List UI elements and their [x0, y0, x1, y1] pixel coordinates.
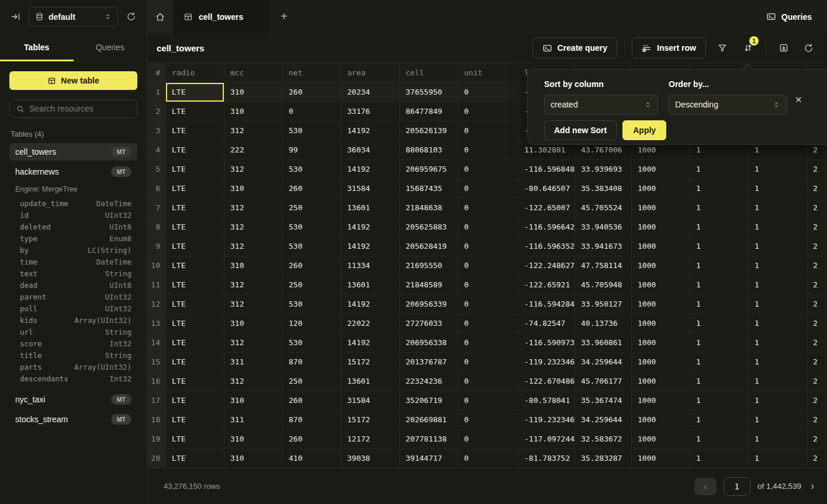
table-cell[interactable]: 0	[458, 333, 518, 352]
row-number[interactable]: 11	[147, 276, 166, 294]
row-number[interactable]: 7	[147, 199, 166, 217]
page-input[interactable]	[724, 477, 750, 496]
table-cell[interactable]: 0	[458, 449, 518, 468]
table-cell[interactable]: 0	[458, 121, 518, 140]
table-cell[interactable]: 2	[807, 179, 827, 198]
row-number[interactable]: 12	[147, 295, 166, 314]
table-cell[interactable]: 14192	[341, 237, 400, 256]
row-number[interactable]: 15	[147, 353, 166, 371]
table-cell[interactable]: 310	[224, 314, 283, 333]
table-cell[interactable]: LTE	[166, 218, 224, 237]
table-cell[interactable]: 1	[690, 391, 749, 410]
table-cell[interactable]: 0	[458, 372, 518, 391]
column-header[interactable]: net	[283, 63, 341, 82]
table-cell[interactable]: 1000	[632, 295, 690, 314]
table-cell[interactable]: 40.13736	[575, 314, 632, 333]
table-cell[interactable]: 33.940536	[575, 218, 632, 237]
row-number[interactable]: 10	[147, 256, 166, 275]
table-cell[interactable]: LTE	[166, 411, 224, 429]
table-cell[interactable]: -116.596848	[518, 160, 575, 179]
table-cell[interactable]: 260	[283, 391, 341, 410]
table-cell[interactable]: 312	[224, 276, 283, 294]
table-cell[interactable]: 312	[224, 237, 283, 256]
table-cell[interactable]: 310	[224, 391, 283, 410]
table-cell[interactable]: 0	[458, 314, 518, 333]
table-cell[interactable]: LTE	[166, 276, 224, 294]
search-box[interactable]	[9, 99, 137, 118]
table-cell[interactable]: 530	[283, 218, 341, 237]
table-cell[interactable]: 530	[283, 160, 341, 179]
table-cell[interactable]: LTE	[166, 314, 224, 333]
table-cell[interactable]: LTE	[166, 256, 224, 275]
table-cell[interactable]: 1	[749, 353, 807, 371]
table-cell[interactable]: 312	[224, 372, 283, 391]
table-cell[interactable]: 1	[749, 430, 807, 449]
table-cell[interactable]: LTE	[166, 179, 224, 198]
selected-cell[interactable]: LTE	[166, 83, 224, 102]
table-cell[interactable]: 34.259644	[575, 353, 632, 371]
table-cell[interactable]: 2	[807, 314, 827, 333]
table-cell[interactable]: 0	[458, 237, 518, 256]
table-cell[interactable]: 1	[749, 295, 807, 314]
table-cell[interactable]: 1000	[632, 333, 690, 352]
table-cell[interactable]: 311	[224, 353, 283, 371]
table-cell[interactable]: 0	[458, 391, 518, 410]
table-cell[interactable]: 1	[749, 314, 807, 333]
table-cell[interactable]: 15172	[341, 353, 400, 371]
tab-cell-towers[interactable]: cell_towers	[173, 0, 269, 33]
table-cell[interactable]: -119.232346	[518, 411, 575, 429]
table-cell[interactable]: 27276033	[400, 314, 458, 333]
table-cell[interactable]: 1000	[632, 218, 690, 237]
tab-tables[interactable]: Tables	[0, 33, 74, 61]
insert-row-button[interactable]: Insert row	[632, 37, 706, 58]
table-cell[interactable]: 15172	[341, 411, 400, 429]
row-number[interactable]: 4	[147, 141, 166, 159]
table-cell[interactable]: 1	[749, 237, 807, 256]
table-cell[interactable]: 1	[690, 256, 749, 275]
table-cell[interactable]: 13601	[341, 276, 400, 294]
table-cell[interactable]: 0	[458, 218, 518, 237]
table-cell[interactable]: 20234	[341, 83, 400, 102]
refresh-table-button[interactable]	[798, 37, 819, 58]
table-cell[interactable]: 250	[283, 199, 341, 217]
table-cell[interactable]: 311	[224, 411, 283, 429]
table-cell[interactable]: 2	[807, 449, 827, 468]
table-cell[interactable]: 1	[749, 256, 807, 275]
table-cell[interactable]: 1	[690, 237, 749, 256]
database-selector[interactable]: default	[29, 7, 118, 27]
table-cell[interactable]: 31584	[341, 179, 400, 198]
table-cell[interactable]: 45.705948	[575, 276, 632, 294]
table-cell[interactable]: 2	[807, 160, 827, 179]
table-cell[interactable]: 86477849	[400, 102, 458, 121]
table-cell[interactable]: 1000	[632, 430, 690, 449]
table-cell[interactable]: 1000	[632, 256, 690, 275]
table-cell[interactable]: 260	[283, 430, 341, 449]
column-header[interactable]: #	[147, 63, 166, 82]
row-number[interactable]: 6	[147, 179, 166, 198]
table-cell[interactable]: 21695550	[400, 256, 458, 275]
table-cell[interactable]: -122.248627	[518, 256, 575, 275]
table-cell[interactable]: -81.783752	[518, 449, 575, 468]
row-number[interactable]: 3	[147, 121, 166, 140]
table-cell[interactable]: LTE	[166, 160, 224, 179]
sidebar-item-hackernews[interactable]: hackernews MT	[9, 163, 137, 180]
table-cell[interactable]: 2	[807, 199, 827, 217]
table-cell[interactable]: LTE	[166, 372, 224, 391]
table-cell[interactable]: 47.758114	[575, 256, 632, 275]
table-cell[interactable]: 530	[283, 333, 341, 352]
column-header[interactable]: mcc	[224, 63, 283, 82]
table-cell[interactable]: LTE	[166, 391, 224, 410]
apply-sort-button[interactable]: Apply	[622, 120, 666, 140]
table-cell[interactable]: 310	[224, 83, 283, 102]
table-cell[interactable]: 870	[283, 411, 341, 429]
table-cell[interactable]: 1	[690, 295, 749, 314]
table-cell[interactable]: 45.705524	[575, 199, 632, 217]
table-cell[interactable]: 1000	[632, 179, 690, 198]
tab-queries[interactable]: Queries	[74, 33, 147, 61]
table-cell[interactable]: LTE	[166, 353, 224, 371]
table-cell[interactable]: 1	[749, 449, 807, 468]
table-cell[interactable]: 1	[749, 411, 807, 429]
order-by-select[interactable]: Descending	[669, 95, 787, 114]
sidebar-item-nyc-taxi[interactable]: nyc_taxi MT	[9, 391, 137, 408]
table-cell[interactable]: 88068103	[400, 141, 458, 159]
